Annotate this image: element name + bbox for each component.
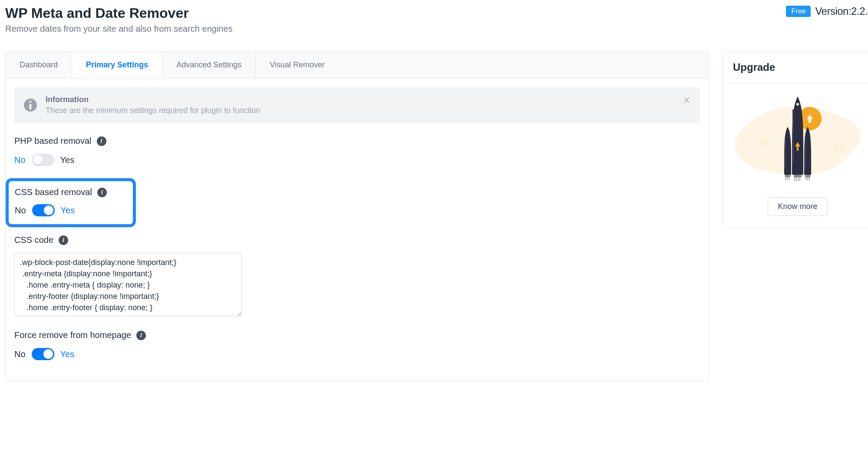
info-title: Information	[46, 95, 260, 104]
tooltip-icon[interactable]: i	[59, 235, 68, 245]
highlight-css-removal: CSS based removal i No Yes	[6, 178, 136, 227]
svg-rect-8	[805, 175, 810, 177]
upgrade-illustration	[730, 93, 865, 189]
svg-rect-6	[785, 175, 790, 177]
cloud-upload-icon	[756, 136, 774, 149]
info-close-button[interactable]: ✕	[683, 95, 690, 106]
css-code-textarea[interactable]	[14, 253, 242, 316]
force-homepage-toggle[interactable]	[32, 348, 54, 360]
info-icon	[24, 99, 37, 112]
info-banner: Information These are the minimum settin…	[14, 87, 700, 123]
force-homepage-yes-label: Yes	[60, 349, 75, 359]
php-removal-label: PHP based removal	[14, 136, 92, 146]
version-text: Version:2.2.1	[815, 5, 868, 17]
tooltip-icon[interactable]: i	[136, 331, 146, 340]
svg-point-2	[796, 103, 799, 106]
svg-rect-1	[30, 104, 31, 109]
css-removal-yes-label: Yes	[61, 205, 75, 215]
close-icon: ✕	[683, 96, 690, 105]
upgrade-title: Upgrade	[723, 52, 868, 83]
tooltip-icon[interactable]: i	[97, 188, 107, 197]
svg-rect-4	[785, 138, 786, 168]
upgrade-card: Upgrade	[722, 51, 868, 229]
rocket-icon	[778, 96, 817, 183]
tab-advanced-settings[interactable]: Advanced Settings	[162, 52, 256, 78]
tab-visual-remover[interactable]: Visual Remover	[256, 52, 339, 78]
php-removal-toggle[interactable]	[32, 154, 54, 166]
php-removal-no-label: No	[14, 155, 26, 165]
css-code-label: CSS code	[14, 235, 53, 245]
arrow-up-icon	[803, 112, 816, 125]
svg-rect-5	[805, 138, 806, 168]
license-badge: Free	[786, 6, 811, 17]
css-removal-label: CSS based removal	[15, 187, 92, 197]
php-removal-yes-label: Yes	[60, 155, 75, 165]
svg-rect-3	[792, 109, 794, 162]
svg-point-0	[30, 101, 31, 103]
setting-css-code: CSS code i	[14, 235, 700, 318]
setting-force-homepage: Force remove from homepage i No Yes	[14, 330, 700, 360]
svg-rect-7	[794, 175, 802, 177]
css-removal-toggle[interactable]	[32, 204, 55, 216]
page-title: WP Meta and Date Remover	[5, 5, 233, 21]
css-removal-no-label: No	[15, 205, 26, 215]
cloud-upload-icon	[830, 141, 848, 153]
info-desc: These are the minimum settings required …	[46, 106, 260, 115]
page-subtitle: Remove dates from your site and also fro…	[5, 24, 233, 34]
tab-primary-settings[interactable]: Primary Settings	[72, 52, 162, 78]
force-homepage-label: Force remove from homepage	[14, 330, 131, 340]
settings-tabs: Dashboard Primary Settings Advanced Sett…	[5, 51, 709, 78]
setting-php-removal: PHP based removal i No Yes	[14, 136, 700, 166]
know-more-button[interactable]: Know more	[768, 197, 827, 216]
tab-dashboard[interactable]: Dashboard	[6, 52, 72, 78]
tooltip-icon[interactable]: i	[97, 136, 106, 146]
force-homepage-no-label: No	[14, 349, 26, 359]
